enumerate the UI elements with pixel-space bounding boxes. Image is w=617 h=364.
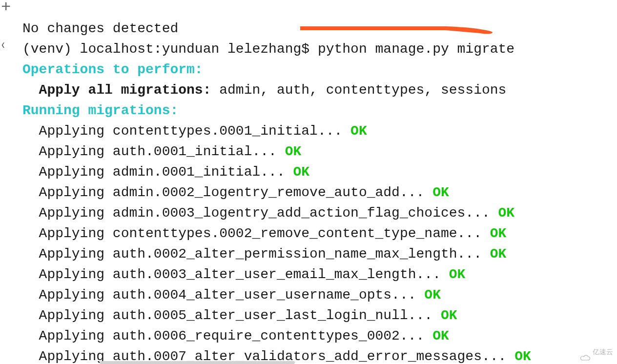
shell-command: python manage.py migrate (318, 41, 514, 57)
status-ok: OK (490, 226, 507, 241)
migration-line: Applying admin.0001_initial... (22, 164, 293, 180)
apply-list: admin, auth, contenttypes, sessions (219, 82, 506, 98)
status-ok: OK (432, 328, 449, 344)
status-ok: OK (285, 144, 302, 159)
shell-prompt: (venv) localhost:yunduan lelezhang$ (22, 41, 318, 57)
section-header: Running migrations: (22, 103, 178, 118)
editor-gutter: + ‹ (0, 0, 14, 364)
output-line: No changes detected (22, 21, 178, 36)
status-ok: OK (293, 164, 310, 180)
migration-line: Applying auth.0003_alter_user_email_max_… (22, 267, 449, 282)
scrollbar-thumb[interactable] (100, 361, 295, 364)
terminal-window: + ‹ No changes detected (venv) localhost… (0, 0, 617, 364)
migration-line: Applying auth.0001_initial... (22, 144, 285, 159)
watermark-text: 亿速云 (593, 342, 613, 362)
migration-line: Applying admin.0003_logentry_add_action_… (22, 205, 498, 221)
migration-line: Applying contenttypes.0001_initial... (22, 123, 350, 139)
chevron-left-icon: ‹ (0, 35, 6, 56)
terminal-output[interactable]: No changes detected (venv) localhost:yun… (22, 0, 531, 364)
migration-line: Applying auth.0004_alter_user_username_o… (22, 287, 424, 303)
status-ok: OK (498, 205, 515, 221)
migration-line: Applying auth.0002_alter_permission_name… (22, 246, 490, 262)
cloud-icon (580, 348, 591, 355)
apply-label: Apply all migrations: (22, 82, 219, 98)
migration-line: Applying auth.0006_require_contenttypes_… (22, 328, 432, 344)
status-ok: OK (490, 246, 507, 262)
horizontal-scrollbar[interactable] (21, 361, 597, 364)
section-header: Operations to perform: (22, 62, 203, 77)
migration-line: Applying admin.0002_logentry_remove_auto… (22, 185, 432, 200)
watermark: 亿速云 (580, 342, 613, 362)
status-ok: OK (350, 123, 367, 139)
status-ok: OK (449, 267, 466, 282)
migration-line: Applying auth.0005_alter_user_last_login… (22, 308, 441, 323)
status-ok: OK (432, 185, 449, 200)
plus-icon: + (1, 0, 11, 18)
annotation-underline (299, 23, 495, 32)
status-ok: OK (424, 287, 441, 303)
migration-line: Applying contenttypes.0002_remove_conten… (22, 226, 490, 241)
status-ok: OK (441, 308, 457, 323)
